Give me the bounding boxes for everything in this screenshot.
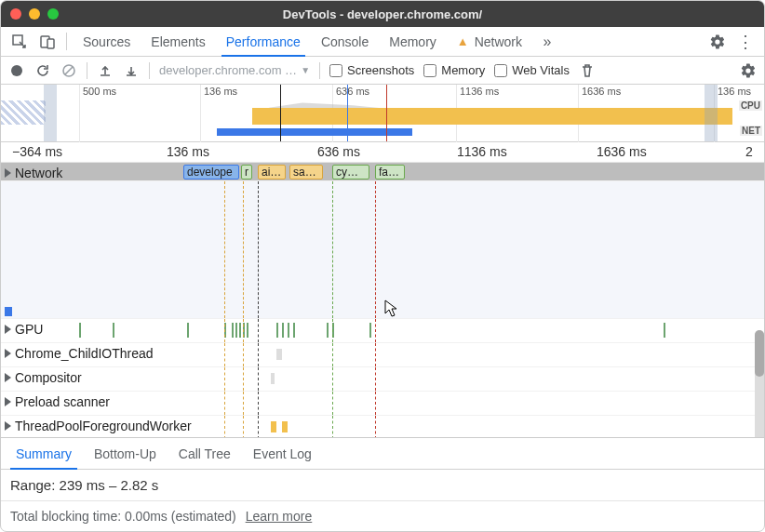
zoom-window-button[interactable]: [47, 8, 59, 20]
network-request[interactable]: r: [241, 165, 252, 180]
thread-track-header[interactable]: Compositor: [5, 370, 82, 385]
learn-more-link[interactable]: Learn more: [246, 509, 313, 524]
device-toolbar-icon[interactable]: [34, 27, 60, 56]
more-tabs-icon[interactable]: »: [534, 27, 560, 56]
activity-sliver: [369, 323, 371, 338]
memory-checkbox-input[interactable]: [423, 64, 436, 77]
network-request[interactable]: sa…: [289, 165, 323, 180]
activity-sliver: [235, 323, 237, 338]
details-tab-call-tree[interactable]: Call Tree: [168, 438, 242, 469]
overview-cpu-label: CPU: [739, 100, 762, 111]
scrollbar-thumb[interactable]: [755, 330, 764, 377]
expand-icon: [5, 325, 11, 334]
timeline-marker-line: [243, 181, 244, 318]
network-request[interactable]: fa…: [375, 165, 405, 180]
minimize-window-button[interactable]: [29, 8, 40, 20]
window-titlebar: DevTools - developer.chrome.com/: [1, 1, 764, 27]
tab-label: Performance: [226, 34, 301, 49]
thread-label: Preload scanner: [15, 394, 110, 409]
performance-toolbar: developer.chrome.com … ▼ Screenshots Mem…: [1, 57, 764, 85]
tab-console[interactable]: Console: [311, 27, 379, 56]
tab-memory[interactable]: Memory: [379, 27, 447, 56]
flamechart-tracks[interactable]: Network developerai…sa…cy…fa… GPUChrome_…: [1, 163, 764, 437]
thread-track-header[interactable]: ThreadPoolForegroundWorker: [5, 419, 192, 433]
tab-performance[interactable]: Performance: [216, 27, 311, 56]
memory-checkbox[interactable]: Memory: [423, 63, 485, 77]
timeline-marker-line: [375, 181, 376, 318]
screenshots-checkbox-input[interactable]: [329, 64, 342, 77]
timeline-marker-line: [224, 181, 225, 318]
network-track-header[interactable]: Network: [5, 166, 62, 180]
thread-track-header[interactable]: GPU: [5, 322, 43, 337]
activity-sliver: [327, 323, 329, 338]
activity-sliver: [187, 323, 189, 338]
thread-track[interactable]: GPU: [1, 319, 764, 343]
activity-bar: [282, 421, 288, 432]
overview-ruler: 500 ms136 ms636 ms1136 ms1636 ms136 ms: [1, 85, 764, 100]
webvitals-checkbox[interactable]: Web Vitals: [494, 63, 570, 77]
expand-icon: [5, 373, 11, 382]
clear-button[interactable]: [60, 62, 77, 79]
details-tab-summary[interactable]: Summary: [5, 438, 83, 469]
overview-tick: 636 ms: [336, 86, 369, 97]
thread-track[interactable]: ThreadPoolForegroundWorker: [1, 416, 764, 437]
network-track[interactable]: Network developerai…sa…cy…fa…: [1, 163, 764, 181]
kebab-menu-icon[interactable]: ⋮: [732, 27, 758, 56]
inspect-element-icon[interactable]: [7, 27, 33, 56]
tab-network[interactable]: ▲Network: [447, 27, 532, 56]
activity-bar: [271, 421, 276, 432]
activity-bar: [271, 373, 275, 384]
screenshots-checkbox[interactable]: Screenshots: [329, 63, 414, 77]
tab-label: Memory: [389, 34, 436, 49]
thread-label: GPU: [15, 322, 43, 337]
overview-marker: [280, 85, 281, 141]
network-request[interactable]: cy…: [332, 165, 369, 180]
thread-track[interactable]: Chrome_ChildIOThread: [1, 343, 764, 367]
details-tab-bottom-up[interactable]: Bottom-Up: [83, 438, 168, 469]
activity-sliver: [79, 323, 81, 338]
thread-track[interactable]: Preload scanner: [1, 392, 764, 416]
timeline-overview[interactable]: 500 ms136 ms636 ms1136 ms1636 ms136 ms C…: [1, 85, 764, 142]
ruler-tick: 136 ms: [167, 144, 209, 159]
activity-sliver: [276, 323, 278, 338]
svg-rect-2: [47, 39, 54, 48]
thread-track-header[interactable]: Chrome_ChildIOThread: [5, 346, 154, 361]
reload-record-button[interactable]: [34, 62, 51, 79]
ruler-tick: −364 ms: [12, 144, 62, 159]
settings-icon[interactable]: [705, 27, 731, 56]
webvitals-checkbox-input[interactable]: [494, 64, 507, 77]
tab-sources[interactable]: Sources: [73, 27, 141, 56]
summary-footer: Total blocking time: 0.00ms (estimated) …: [1, 500, 764, 531]
tab-elements[interactable]: Elements: [141, 27, 215, 56]
svg-line-5: [65, 67, 73, 74]
load-profile-icon[interactable]: [97, 62, 114, 79]
main-area[interactable]: [1, 181, 764, 319]
close-window-button[interactable]: [10, 8, 21, 20]
thread-label: Compositor: [15, 370, 82, 385]
flamechart-ruler[interactable]: −364 ms136 ms636 ms1136 ms1636 ms2: [1, 142, 764, 163]
panel-tabs-row: SourcesElementsPerformanceConsoleMemory▲…: [1, 27, 764, 57]
ruler-tick: 2: [745, 144, 753, 159]
activity-sliver: [113, 323, 114, 338]
ruler-tick: 1636 ms: [597, 144, 647, 159]
devtools-window: DevTools - developer.chrome.com/ Sources…: [0, 0, 765, 532]
delete-profile-icon[interactable]: [579, 62, 596, 79]
overview-tick: 1636 ms: [582, 86, 621, 97]
thread-track-header[interactable]: Preload scanner: [5, 394, 110, 409]
activity-sliver: [293, 323, 295, 338]
save-profile-icon[interactable]: [123, 62, 140, 79]
profile-selector[interactable]: developer.chrome.com … ▼: [159, 63, 310, 77]
overview-window-handle-right[interactable]: [705, 85, 718, 141]
record-button[interactable]: [8, 62, 25, 79]
network-request[interactable]: develope: [183, 165, 239, 180]
details-tab-event-log[interactable]: Event Log: [242, 438, 323, 469]
capture-settings-icon[interactable]: [740, 62, 757, 79]
thread-track[interactable]: Compositor: [1, 367, 764, 392]
overview-marker: [347, 85, 348, 141]
profile-selector-label: developer.chrome.com …: [159, 63, 297, 77]
svg-point-3: [11, 65, 22, 76]
network-request[interactable]: ai…: [258, 165, 286, 180]
activity-sliver: [247, 323, 248, 338]
overview-window-handle-left[interactable]: [44, 85, 57, 141]
overview-tick: 136 ms: [718, 86, 751, 97]
